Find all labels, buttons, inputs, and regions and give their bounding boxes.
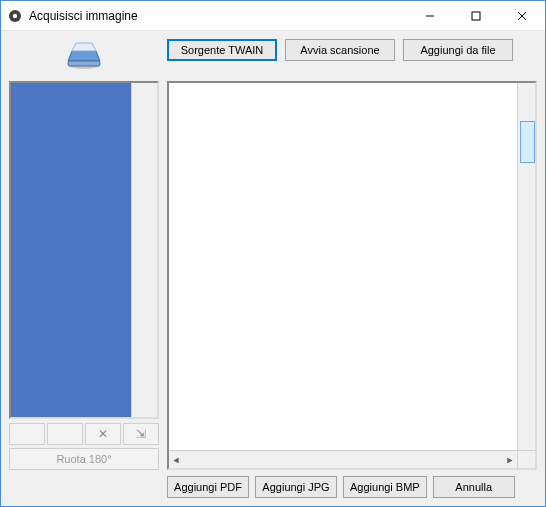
- app-icon: [7, 8, 23, 24]
- window-controls: [407, 1, 545, 30]
- window-root: Acquisisci immagine: [0, 0, 546, 507]
- window-title: Acquisisci immagine: [29, 9, 138, 23]
- delete-button[interactable]: ✕: [85, 423, 121, 445]
- client-area: Sorgente TWAIN Avvia scansione Aggiungi …: [1, 31, 545, 506]
- add-jpg-button[interactable]: Aggiungi JPG: [255, 476, 337, 498]
- thumbnail-scrollbar[interactable]: [131, 83, 157, 417]
- preview-panel: ◄ ►: [167, 81, 537, 470]
- add-bmp-button[interactable]: Aggiungi BMP: [343, 476, 427, 498]
- minimize-button[interactable]: [407, 1, 453, 30]
- add-pdf-button[interactable]: Aggiungi PDF: [167, 476, 249, 498]
- toolbar-btn-2[interactable]: [47, 423, 83, 445]
- delete-icon: ✕: [98, 427, 108, 441]
- scanner-icon: [64, 37, 104, 71]
- toolbar-btn-1[interactable]: [9, 423, 45, 445]
- thumbnail-placeholder: [11, 83, 131, 417]
- scroll-corner: [517, 450, 535, 468]
- start-scan-button[interactable]: Avvia scansione: [285, 39, 395, 61]
- svg-rect-3: [472, 12, 480, 20]
- svg-point-1: [13, 13, 17, 17]
- scanner-icon-wrap: [9, 37, 159, 71]
- move-button[interactable]: ⇲: [123, 423, 159, 445]
- cancel-button[interactable]: Annulla: [433, 476, 515, 498]
- add-from-file-button[interactable]: Aggiungi da file: [403, 39, 513, 61]
- top-buttons: Sorgente TWAIN Avvia scansione Aggiungi …: [167, 37, 537, 61]
- mid-row: ✕ ⇲ Ruota 180° ◄ ►: [9, 81, 537, 470]
- bottom-row: Aggiungi PDF Aggiungi JPG Aggiungi BMP A…: [9, 476, 537, 498]
- scroll-left-arrow-icon[interactable]: ◄: [169, 451, 183, 468]
- close-button[interactable]: [499, 1, 545, 30]
- preview-canvas[interactable]: [169, 83, 517, 450]
- left-panel: ✕ ⇲ Ruota 180°: [9, 81, 159, 470]
- scrollbar-thumb[interactable]: [520, 121, 535, 163]
- preview-vertical-scrollbar[interactable]: [517, 83, 535, 450]
- scroll-right-arrow-icon[interactable]: ►: [503, 451, 517, 468]
- titlebar[interactable]: Acquisisci immagine: [1, 1, 545, 31]
- left-toolbar: ✕ ⇲: [9, 423, 159, 445]
- twain-source-button[interactable]: Sorgente TWAIN: [167, 39, 277, 61]
- expand-icon: ⇲: [136, 427, 146, 441]
- preview-horizontal-scrollbar[interactable]: ◄ ►: [169, 450, 517, 468]
- thumbnail-list[interactable]: [9, 81, 159, 419]
- bottom-buttons: Aggiungi PDF Aggiungi JPG Aggiungi BMP A…: [167, 476, 537, 498]
- rotate-180-button[interactable]: Ruota 180°: [9, 448, 159, 470]
- svg-rect-7: [68, 61, 100, 66]
- maximize-button[interactable]: [453, 1, 499, 30]
- top-row: Sorgente TWAIN Avvia scansione Aggiungi …: [9, 37, 537, 77]
